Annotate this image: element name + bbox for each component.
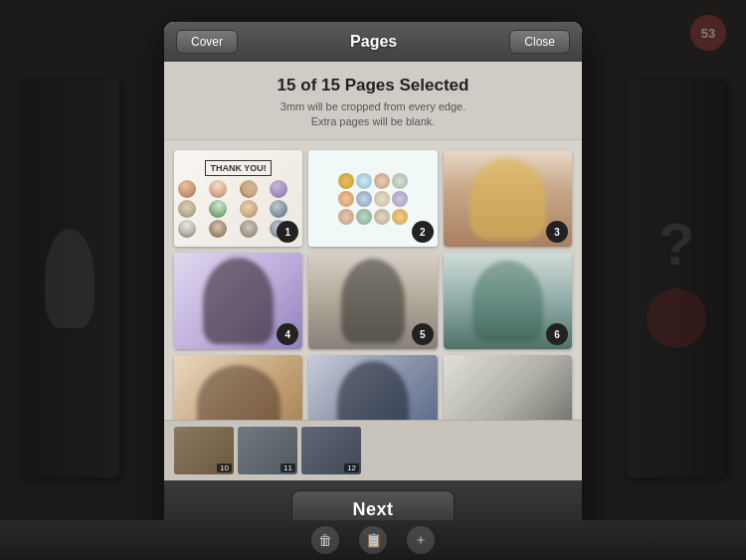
page-thumb-4[interactable]: 4 (174, 253, 302, 349)
page8-art (308, 355, 437, 419)
bottom-toolbar: 🗑 📋 ＋ (0, 520, 746, 560)
pages-grid-area[interactable]: THANK YOU! (164, 140, 582, 419)
pages-modal: Cover Pages Close 15 of 15 Pages Selecte… (164, 22, 582, 539)
page-thumb-1[interactable]: THANK YOU! (174, 150, 302, 247)
modal-header: Cover Pages Close (164, 22, 582, 62)
page9-art (444, 355, 572, 419)
page-thumb-9[interactable]: 9 (444, 355, 572, 419)
page7-art (174, 355, 302, 419)
page-thumb-5[interactable]: 5 (308, 253, 437, 349)
page-badge-5: 5 (412, 323, 434, 345)
page-thumb-2[interactable]: 2 (308, 150, 437, 247)
page-thumb-7[interactable]: 7 (174, 355, 302, 419)
add-icon[interactable]: ＋ (407, 526, 435, 554)
page-thumb-8[interactable]: 8 (308, 355, 437, 419)
export-icon[interactable]: 📋 (359, 526, 387, 554)
selection-title: 15 of 15 Pages Selected (180, 76, 566, 95)
strip-badge-10: 10 (217, 464, 232, 472)
strip-thumb-11[interactable]: 11 (238, 427, 297, 474)
modal-overlay: Cover Pages Close 15 of 15 Pages Selecte… (0, 0, 746, 560)
strip-thumb-12[interactable]: 12 (301, 427, 361, 474)
delete-icon[interactable]: 🗑 (311, 526, 339, 554)
strip-badge-12: 12 (344, 464, 359, 472)
crop-note: 3mm will be cropped from every edge. Ext… (180, 99, 566, 130)
page-grid: THANK YOU! (174, 150, 572, 419)
thumbnail-strip: 10 11 12 (164, 421, 582, 480)
page-thumb-6[interactable]: 6 (444, 253, 572, 349)
close-button[interactable]: Close (509, 30, 570, 54)
page-thumb-3[interactable]: 3 (444, 150, 572, 247)
modal-title: Pages (350, 33, 397, 51)
modal-subheader: 15 of 15 Pages Selected 3mm will be crop… (164, 62, 582, 141)
strip-badge-11: 11 (280, 464, 295, 472)
page-badge-2: 2 (412, 221, 434, 243)
cover-button[interactable]: Cover (176, 30, 238, 54)
strip-thumb-10[interactable]: 10 (174, 427, 234, 474)
